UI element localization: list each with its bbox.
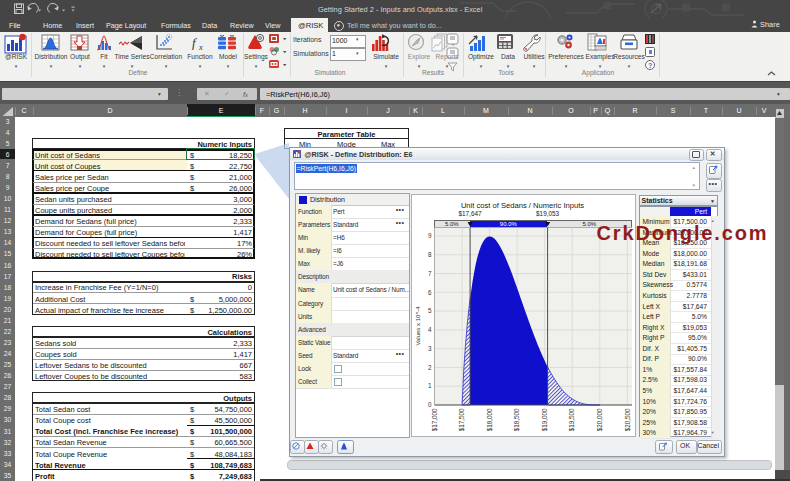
svg-text:9: 9 [427,232,431,239]
svg-text:$18,500: $18,500 [513,408,520,431]
svg-text:$17,500: $17,500 [458,408,465,431]
svg-text:$19,500: $19,500 [568,408,575,431]
svg-text:6: 6 [427,289,431,296]
svg-text:4: 4 [427,326,431,333]
svg-text:x: x [198,41,203,51]
svg-text:3: 3 [427,345,431,352]
svg-text:Values x 10^-4: Values x 10^-4 [414,306,420,346]
svg-text:f: f [192,35,198,50]
svg-text:2: 2 [427,364,431,371]
svg-text:8: 8 [427,251,431,258]
svg-text:$18,000: $18,000 [485,408,492,431]
svg-text:$17,000: $17,000 [430,408,437,431]
svg-text:5: 5 [427,307,431,314]
svg-text:$20,500: $20,500 [623,408,630,431]
svg-text:7: 7 [427,270,431,277]
svg-text:0: 0 [427,401,431,408]
svg-text:$19,000: $19,000 [540,408,547,431]
svg-text:1: 1 [427,382,431,389]
svg-text:$20,000: $20,000 [596,408,603,431]
